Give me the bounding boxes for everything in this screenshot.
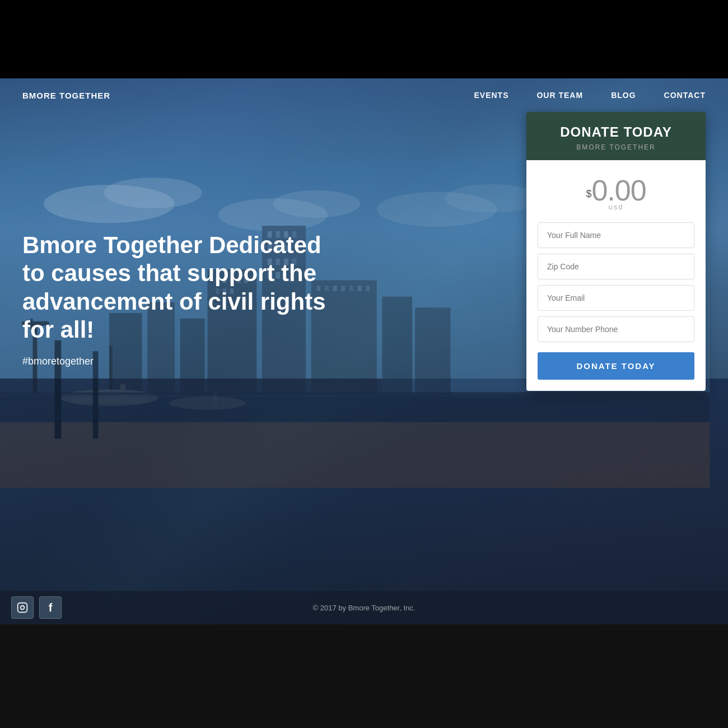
full-name-input[interactable] [538, 222, 694, 248]
amount-value: 0.00 [591, 174, 646, 207]
svg-point-7 [445, 184, 538, 213]
svg-rect-37 [358, 286, 362, 292]
email-input[interactable] [538, 285, 694, 311]
svg-rect-38 [366, 286, 370, 292]
svg-rect-42 [382, 297, 413, 395]
svg-rect-43 [415, 308, 450, 395]
donate-card-subtitle: BMORE TOGETHER [538, 143, 694, 151]
amount-dollar: $ [586, 188, 591, 199]
amount-currency: usd [538, 203, 694, 211]
donate-card-body: $0.00 usd DONATE TODAY [526, 160, 706, 391]
amount-display: $0.00 usd [538, 174, 694, 211]
footer-copyright: © 2017 by Bmore Together, Inc. [62, 604, 666, 612]
phone-input[interactable] [538, 316, 694, 342]
donate-card: DONATE TODAY BMORE TOGETHER $0.00 usd DO… [526, 112, 706, 391]
instagram-icon[interactable] [11, 596, 34, 619]
nav-link-events[interactable]: EVENTS [474, 91, 508, 100]
footer-bar: f © 2017 by Bmore Together, Inc. [0, 591, 728, 624]
main-site: BMORE TOGETHER EVENTS OUR TEAM BLOG CONT… [0, 78, 728, 624]
navbar: BMORE TOGETHER EVENTS OUR TEAM BLOG CONT… [0, 78, 728, 112]
social-icons: f [11, 596, 62, 619]
black-bar-bottom [0, 624, 728, 728]
zip-code-input[interactable] [538, 254, 694, 279]
donate-button[interactable]: DONATE TODAY [538, 352, 694, 380]
svg-rect-59 [18, 603, 27, 613]
black-bar-top [0, 0, 728, 78]
nav-links: EVENTS OUR TEAM BLOG CONTACT [474, 91, 706, 100]
svg-point-5 [273, 190, 361, 218]
nav-link-our-team[interactable]: OUR TEAM [536, 91, 583, 100]
nav-link-contact[interactable]: CONTACT [664, 91, 706, 100]
donate-card-header: DONATE TODAY BMORE TOGETHER [526, 112, 706, 160]
svg-rect-36 [349, 286, 353, 292]
svg-rect-56 [0, 422, 710, 488]
hero-section: Bmore Together Dedicated to causes that … [22, 231, 347, 367]
facebook-icon[interactable]: f [39, 596, 62, 619]
nav-brand: BMORE TOGETHER [22, 91, 110, 100]
hero-hashtag: #bmoretogether [22, 356, 347, 367]
nav-link-blog[interactable]: BLOG [611, 91, 636, 100]
svg-point-3 [104, 178, 202, 208]
donate-card-title: DONATE TODAY [538, 124, 694, 140]
hero-title: Bmore Together Dedicated to causes that … [22, 231, 347, 344]
